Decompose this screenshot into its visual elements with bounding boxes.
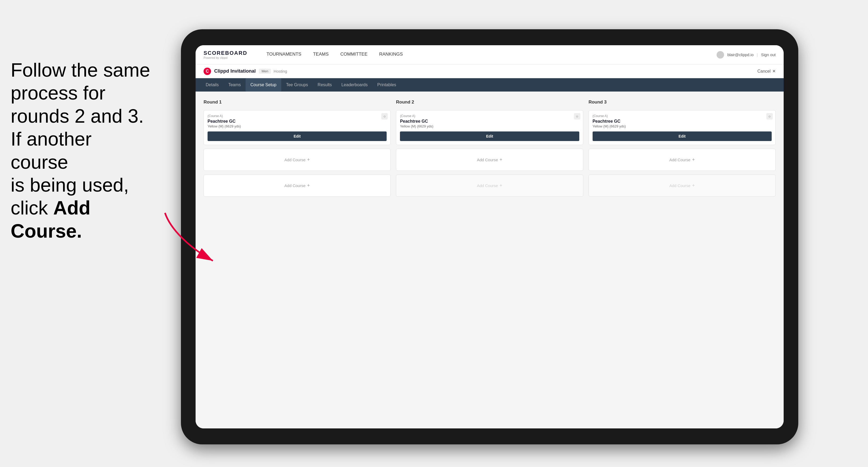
round-1-add-course-1[interactable]: Add Course + bbox=[204, 149, 391, 171]
nav-tournaments[interactable]: TOURNAMENTS bbox=[260, 45, 307, 64]
nav-teams[interactable]: TEAMS bbox=[307, 45, 335, 64]
tab-teams[interactable]: Teams bbox=[223, 78, 246, 92]
tab-bar: Details Teams Course Setup Tee Groups Re… bbox=[195, 78, 784, 92]
nav-rankings[interactable]: RANKINGS bbox=[373, 45, 409, 64]
cancel-button[interactable]: Cancel ✕ bbox=[757, 69, 776, 74]
instruction-line1: Follow the sameprocess forrounds 2 and 3… bbox=[11, 59, 150, 242]
add-plus-icon-r2-1: + bbox=[499, 157, 502, 163]
round-3-add-course-1[interactable]: Add Course + bbox=[589, 149, 776, 171]
round-3-column: Round 3 ○ (Course A) Peachtree GC Yellow… bbox=[589, 99, 776, 197]
round-3-course-name: Peachtree GC bbox=[593, 119, 772, 124]
sign-out-link[interactable]: Sign out bbox=[761, 53, 776, 57]
round-2-course-name: Peachtree GC bbox=[400, 119, 579, 124]
nav-right: blair@clippd.io | Sign out bbox=[717, 51, 776, 59]
round-2-course-card: ○ (Course A) Peachtree GC Yellow (M) (66… bbox=[396, 110, 583, 145]
round-1-course-name: Peachtree GC bbox=[208, 119, 386, 124]
round-3-label: Round 3 bbox=[589, 99, 776, 105]
round-2-course-tag: (Course A) bbox=[400, 114, 579, 118]
round-3-edit-button[interactable]: Edit bbox=[593, 131, 772, 141]
round-3-course-tag: (Course A) bbox=[593, 114, 772, 118]
round-3-course-details: Yellow (M) (6629 yds) bbox=[593, 124, 772, 128]
round-2-add-course-label-1: Add Course + bbox=[477, 157, 502, 163]
tablet-screen: SCOREBOARD Powered by clippd TOURNAMENTS… bbox=[195, 45, 784, 428]
tab-details[interactable]: Details bbox=[201, 78, 223, 92]
cancel-label: Cancel bbox=[757, 69, 771, 74]
brand-name: SCOREBOARD bbox=[204, 50, 247, 56]
main-content: Round 1 ○ (Course A) Peachtree GC Yellow… bbox=[195, 92, 784, 428]
event-badge: Men bbox=[259, 69, 271, 74]
round-3-remove-button[interactable]: ○ bbox=[766, 113, 773, 120]
brand-logo: SCOREBOARD Powered by clippd bbox=[204, 50, 247, 59]
user-email: blair@clippd.io bbox=[727, 53, 753, 57]
round-3-add-course-label-1: Add Course + bbox=[669, 157, 695, 163]
tab-tee-groups[interactable]: Tee Groups bbox=[281, 78, 313, 92]
clippd-icon: C bbox=[204, 68, 211, 75]
add-plus-icon-2: + bbox=[307, 183, 310, 188]
round-1-course-card: ○ (Course A) Peachtree GC Yellow (M) (66… bbox=[204, 110, 391, 145]
round-3-add-course-2: Add Course + bbox=[589, 175, 776, 197]
main-nav: TOURNAMENTS TEAMS COMMITTEE RANKINGS bbox=[260, 45, 717, 64]
round-2-remove-button[interactable]: ○ bbox=[574, 113, 580, 120]
round-2-add-course-1[interactable]: Add Course + bbox=[396, 149, 583, 171]
tab-leaderboards[interactable]: Leaderboards bbox=[337, 78, 373, 92]
event-name: Clippd Invitational bbox=[214, 68, 256, 74]
top-nav: SCOREBOARD Powered by clippd TOURNAMENTS… bbox=[195, 45, 784, 64]
add-plus-icon-r3-1: + bbox=[692, 157, 695, 163]
round-1-label: Round 1 bbox=[204, 99, 391, 105]
tab-printables[interactable]: Printables bbox=[373, 78, 401, 92]
nav-committee[interactable]: COMMITTEE bbox=[335, 45, 373, 64]
round-2-course-details: Yellow (M) (6629 yds) bbox=[400, 124, 579, 128]
round-1-course-tag: (Course A) bbox=[208, 114, 386, 118]
round-2-label: Round 2 bbox=[396, 99, 583, 105]
round-1-remove-button[interactable]: ○ bbox=[381, 113, 388, 120]
instruction-bold: Add Course. bbox=[11, 197, 90, 241]
round-3-add-course-label-2: Add Course + bbox=[669, 183, 695, 188]
round-2-add-course-label-2: Add Course + bbox=[477, 183, 502, 188]
round-2-add-course-2: Add Course + bbox=[396, 175, 583, 197]
sub-header: C Clippd Invitational Men Hosting Cancel… bbox=[195, 64, 784, 78]
event-status: Hosting bbox=[274, 69, 287, 73]
tab-course-setup[interactable]: Course Setup bbox=[246, 78, 281, 92]
cancel-icon: ✕ bbox=[772, 69, 776, 74]
round-1-course-details: Yellow (M) (6629 yds) bbox=[208, 124, 386, 128]
add-plus-icon-1: + bbox=[307, 157, 310, 163]
round-2-edit-button[interactable]: Edit bbox=[400, 131, 579, 141]
round-1-add-course-label-1: Add Course + bbox=[284, 157, 310, 163]
powered-by: Powered by clippd bbox=[204, 56, 247, 59]
add-plus-icon-r3-2: + bbox=[692, 183, 695, 188]
nav-divider: | bbox=[757, 53, 758, 57]
add-plus-icon-r2-2: + bbox=[499, 183, 502, 188]
round-3-course-card: ○ (Course A) Peachtree GC Yellow (M) (66… bbox=[589, 110, 776, 145]
rounds-container: Round 1 ○ (Course A) Peachtree GC Yellow… bbox=[204, 99, 776, 197]
tab-results[interactable]: Results bbox=[313, 78, 337, 92]
instruction-text: Follow the sameprocess forrounds 2 and 3… bbox=[0, 48, 165, 253]
tablet-frame: SCOREBOARD Powered by clippd TOURNAMENTS… bbox=[181, 29, 798, 444]
round-2-column: Round 2 ○ (Course A) Peachtree GC Yellow… bbox=[396, 99, 583, 197]
round-1-add-course-label-2: Add Course + bbox=[284, 183, 310, 188]
user-avatar bbox=[717, 51, 724, 59]
round-1-edit-button[interactable]: Edit bbox=[208, 131, 386, 141]
round-1-add-course-2[interactable]: Add Course + bbox=[204, 175, 391, 197]
round-1-column: Round 1 ○ (Course A) Peachtree GC Yellow… bbox=[204, 99, 391, 197]
